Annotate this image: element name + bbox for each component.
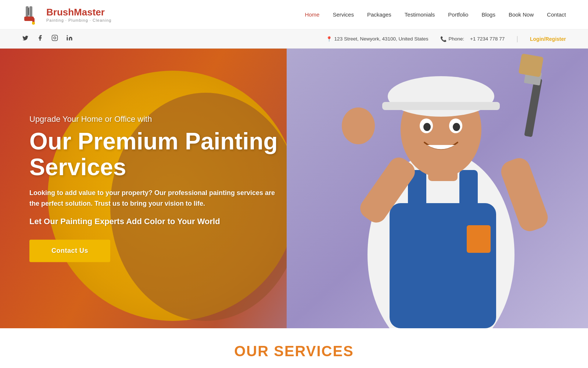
svg-point-22: [453, 123, 460, 131]
svg-rect-13: [459, 170, 478, 210]
svg-point-17: [388, 76, 494, 117]
phone-info: 📞 Phone: +1 7234 778 77: [440, 36, 505, 42]
top-navigation: BrushMaster Painting · Plumbing · Cleani…: [0, 0, 588, 29]
svg-point-4: [32, 22, 35, 25]
hero-sub-title: Upgrade Your Home or Office with: [29, 114, 294, 124]
social-icons: [22, 35, 73, 43]
svg-rect-14: [467, 225, 491, 253]
logo-subtitle: Painting · Plumbing · Cleaning: [46, 18, 111, 22]
instagram-icon[interactable]: [51, 35, 58, 43]
login-register-link[interactable]: Login/Register: [530, 36, 566, 42]
phone-icon: 📞: [440, 36, 447, 42]
svg-rect-5: [28, 8, 29, 15]
nav-blogs[interactable]: Blogs: [481, 11, 495, 18]
hero-main-title: Our Premium Painting Services: [29, 128, 294, 180]
hero-section: Upgrade Your Home or Office with Our Pre…: [0, 49, 588, 328]
our-services-title: OUR SERVICES: [22, 343, 566, 360]
svg-rect-0: [29, 6, 32, 17]
info-bar: 📍 123 Street, Newyork, 43100, United Sta…: [0, 29, 588, 49]
logo-text-block: BrushMaster Painting · Plumbing · Cleani…: [46, 7, 111, 22]
location-icon: 📍: [326, 36, 332, 42]
svg-rect-26: [519, 53, 544, 77]
address-text: 123 Street, Newyork, 43100, United State…: [334, 36, 429, 42]
nav-book-now[interactable]: Book Now: [509, 11, 534, 18]
hero-painter-image: [287, 49, 588, 328]
address-info: 📍 123 Street, Newyork, 43100, United Sta…: [326, 36, 429, 42]
linkedin-icon[interactable]: [66, 35, 73, 43]
twitter-icon[interactable]: [22, 35, 29, 43]
svg-point-8: [67, 35, 68, 36]
svg-point-28: [342, 107, 375, 144]
divider: |: [516, 35, 518, 43]
logo-title: BrushMaster: [46, 7, 111, 18]
hero-tagline: Let Our Painting Experts Add Color to Yo…: [29, 217, 294, 227]
nav-portfolio[interactable]: Portfolio: [448, 11, 468, 18]
logo-area[interactable]: BrushMaster Painting · Plumbing · Cleani…: [22, 5, 111, 25]
contact-us-button[interactable]: Contact Us: [29, 240, 110, 262]
facebook-icon[interactable]: [37, 35, 43, 43]
svg-rect-11: [390, 203, 496, 328]
nav-home[interactable]: Home: [305, 11, 319, 18]
svg-rect-6: [52, 35, 58, 41]
svg-rect-18: [382, 102, 500, 110]
our-services-section: OUR SERVICES: [0, 328, 588, 367]
nav-contact[interactable]: Contact: [547, 11, 566, 18]
hero-content: Upgrade Your Home or Office with Our Pre…: [29, 114, 294, 262]
nav-testimonials[interactable]: Testimonials: [405, 11, 435, 18]
phone-number: +1 7234 778 77: [470, 36, 505, 42]
hero-description: Looking to add value to your property? O…: [29, 188, 279, 209]
logo-icon: [22, 5, 42, 25]
phone-label: Phone:: [449, 36, 465, 42]
main-nav: Home Services Packages Testimonials Port…: [305, 11, 566, 18]
nav-services[interactable]: Services: [333, 11, 354, 18]
svg-point-21: [423, 123, 431, 131]
nav-packages[interactable]: Packages: [367, 11, 391, 18]
